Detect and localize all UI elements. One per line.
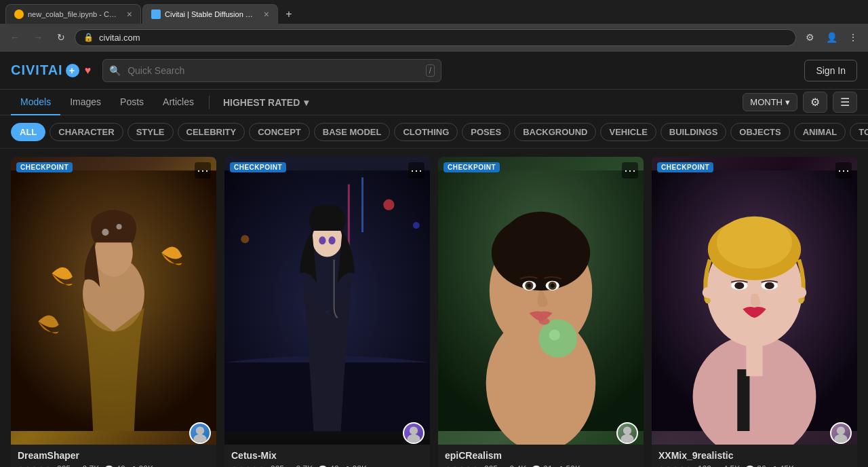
cat-poses[interactable]: POSES <box>462 123 510 141</box>
comments-xxmix: 💬 36 <box>745 464 766 467</box>
reload-button[interactable]: ↻ <box>52 28 71 47</box>
downloads-cetus: ⬇ 38K <box>344 464 367 467</box>
cat-all[interactable]: ALL <box>11 123 45 141</box>
likes-cetus: ♥ 2.7K <box>290 464 313 467</box>
tab-posts[interactable]: Posts <box>111 90 153 115</box>
cat-vehicle[interactable]: VEHICLE <box>600 123 656 141</box>
tab-images[interactable]: Images <box>60 90 111 115</box>
card-avatar-xxmix <box>830 422 852 444</box>
svg-point-35 <box>620 434 633 443</box>
card-stats-cetus: ★★★★★ 225 ♥ 2.7K 💬 42 ⬇ 38K <box>231 464 423 467</box>
card-stats-epicrealism: ★★★★★ 305 ♥ 3.4K 💬 91 ⬇ 59K <box>445 464 637 467</box>
likes-xxmix: ♥ 4.5K <box>717 464 740 467</box>
svg-point-16 <box>319 236 326 244</box>
card-info-dreamshapers: DreamShaper ★★★★★ 225 ♥ 2.7K 💬 42 ⬇ 38K <box>11 445 216 467</box>
filter-button[interactable]: ⚙ <box>803 92 827 113</box>
address-text: civitai.com <box>99 33 787 43</box>
sort-chevron-icon: ▾ <box>304 97 309 108</box>
svg-point-48 <box>734 282 744 289</box>
downloads-dreamshapers: ⬇ 38K <box>131 464 153 467</box>
svg-point-44 <box>795 287 806 298</box>
svg-point-51 <box>837 427 845 435</box>
tab-divider <box>209 96 210 109</box>
svg-point-30 <box>551 284 555 288</box>
svg-point-17 <box>329 236 336 244</box>
downloads-xxmix: ⬇ 45K <box>772 464 794 467</box>
tab-title-civitai: Civitai | Stable Diffusion models... <box>165 10 257 18</box>
card-menu-epicrealism[interactable]: ⋯ <box>622 162 638 179</box>
view-toggle-button[interactable]: ☰ <box>833 92 857 113</box>
tab-civitai[interactable]: Civitai | Stable Diffusion models... × <box>142 4 278 24</box>
svg-point-27 <box>527 284 531 288</box>
model-card-cetus[interactable]: CHECKPOINT ⋯ Cetus-Mix ★★★★★ 225 ♥ 2.7K … <box>224 157 430 467</box>
card-name-dreamshapers: DreamShaper <box>18 450 210 461</box>
svg-point-8 <box>383 200 394 210</box>
tab-models[interactable]: Models <box>11 90 60 115</box>
sign-in-button[interactable]: Sign In <box>804 60 857 81</box>
civitai-favicon <box>151 10 161 19</box>
cat-tool[interactable]: TOOL <box>850 123 868 141</box>
card-avatar-cetus <box>403 422 425 444</box>
card-menu-dreamshapers[interactable]: ⋯ <box>195 162 211 179</box>
browser-actions: ⚙ 👤 ⋮ <box>800 28 863 47</box>
svg-point-33 <box>538 318 549 324</box>
cat-base-model[interactable]: BASE MODEL <box>314 123 391 141</box>
svg-point-32 <box>549 330 560 341</box>
ssl-lock-icon: 🔒 <box>83 33 94 42</box>
browser-tabs: new_colab_file.ipynb - Colabora... × Civ… <box>0 0 868 24</box>
nav-tabs-bar: Models Images Posts Articles HIGHEST RAT… <box>0 90 868 115</box>
model-card-epicrealism[interactable]: CHECKPOINT ⋯ epiCRealism ★★★★★ 305 ♥ 3.4… <box>438 157 644 467</box>
cat-objects[interactable]: OBJECTS <box>730 123 789 141</box>
cat-buildings[interactable]: BUILDINGS <box>660 123 727 141</box>
tab-articles[interactable]: Articles <box>153 90 203 115</box>
logo-text: CIVITAI <box>11 62 63 78</box>
comments-cetus: 💬 42 <box>318 464 338 467</box>
model-card-dreamshapers[interactable]: CHECKPOINT ⋯ DreamShaper ★★★★★ 225 ♥ 2.7… <box>11 157 216 467</box>
svg-point-34 <box>623 427 631 435</box>
cat-background[interactable]: BACKGROUND <box>514 123 596 141</box>
svg-point-24 <box>503 212 578 267</box>
period-button[interactable]: MONTH ▾ <box>743 93 797 111</box>
address-bar[interactable]: 🔒 civitai.com <box>75 29 796 46</box>
rating-count-cetus: 225 <box>271 464 284 467</box>
cat-celebrity[interactable]: CELEBRITY <box>178 123 245 141</box>
main-content: CHECKPOINT ⋯ DreamShaper ★★★★★ 225 ♥ 2.7… <box>0 149 868 467</box>
card-menu-cetus[interactable]: ⋯ <box>408 162 425 179</box>
new-tab-button[interactable]: + <box>279 5 298 24</box>
card-image-dreamshapers <box>11 157 216 445</box>
card-avatar-epicrealism <box>616 422 638 444</box>
tab-colab[interactable]: new_colab_file.ipynb - Colabora... × <box>5 4 141 24</box>
card-stats-dreamshapers: ★★★★★ 225 ♥ 2.7K 💬 42 ⬇ 38K <box>18 464 210 467</box>
cat-clothing[interactable]: CLOTHING <box>394 123 458 141</box>
logo-plus-button[interactable]: + <box>66 64 79 77</box>
logo[interactable]: CIVITAI + ♥ <box>11 62 92 78</box>
svg-point-3 <box>102 229 108 236</box>
downloads-epicrealism: ⬇ 59K <box>558 464 580 467</box>
profile-button[interactable]: 👤 <box>822 28 841 47</box>
tab-close-colab[interactable]: × <box>127 9 132 20</box>
app-header: CIVITAI + ♥ 🔍 / Sign In <box>0 52 868 90</box>
search-shortcut: / <box>426 64 435 77</box>
rating-count-dreamshapers: 225 <box>57 464 71 467</box>
svg-point-19 <box>407 434 420 443</box>
nav-right-controls: MONTH ▾ ⚙ ☰ <box>743 92 857 113</box>
svg-rect-12 <box>361 177 363 232</box>
more-button[interactable]: ⋮ <box>844 28 863 47</box>
likes-epicrealism: ♥ 3.4K <box>503 464 526 467</box>
forward-button[interactable]: → <box>28 28 47 47</box>
svg-point-4 <box>117 224 122 229</box>
sort-button[interactable]: HIGHEST RATED ▾ <box>215 93 317 112</box>
period-chevron-icon: ▾ <box>785 97 790 107</box>
back-button[interactable]: ← <box>5 28 24 47</box>
colab-favicon <box>14 10 24 19</box>
cat-concept[interactable]: CONCEPT <box>249 123 310 141</box>
cat-character[interactable]: CHARACTER <box>50 123 123 141</box>
extensions-button[interactable]: ⚙ <box>800 28 819 47</box>
card-menu-xxmix[interactable]: ⋯ <box>835 162 852 179</box>
tab-close-civitai[interactable]: × <box>264 9 269 20</box>
search-input[interactable] <box>102 59 441 82</box>
model-card-xxmix[interactable]: CHECKPOINT ⋯ XXMix_9realistic ★★★★★ 193 … <box>652 157 857 467</box>
rating-count-epicrealism: 305 <box>484 464 498 467</box>
cat-animal[interactable]: ANIMAL <box>794 123 846 141</box>
cat-style[interactable]: STYLE <box>127 123 174 141</box>
